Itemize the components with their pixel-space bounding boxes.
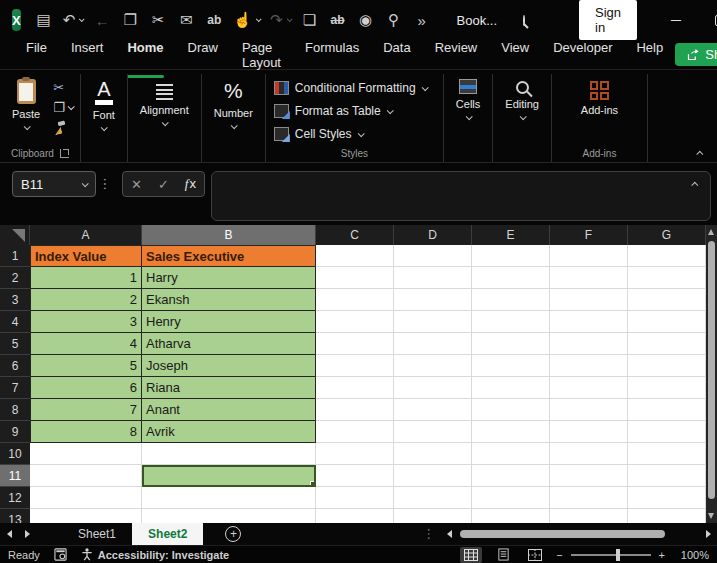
- cell-c1[interactable]: [316, 245, 394, 267]
- copy-button[interactable]: ❐: [50, 98, 76, 116]
- cell-e8[interactable]: [472, 399, 550, 421]
- new-document-button[interactable]: ❏: [297, 7, 323, 33]
- share-button[interactable]: Share: [675, 43, 717, 66]
- cell-e4[interactable]: [472, 311, 550, 333]
- enter-button[interactable]: ✓: [150, 177, 177, 192]
- sheet-tab-sheet2[interactable]: Sheet2: [132, 523, 203, 545]
- editing-button[interactable]: Editing: [497, 76, 547, 144]
- redo-button[interactable]: ↷: [266, 7, 295, 33]
- cell-c4[interactable]: [316, 311, 394, 333]
- menu-tab-draw[interactable]: Draw: [176, 36, 230, 74]
- column-header-d[interactable]: D: [394, 225, 472, 245]
- cell-a13[interactable]: [30, 509, 142, 523]
- cell-d1[interactable]: [394, 245, 472, 267]
- cell-g9[interactable]: [628, 421, 706, 443]
- cell-c12[interactable]: [316, 487, 394, 509]
- cell-b5[interactable]: Atharva: [142, 333, 316, 355]
- cell-g6[interactable]: [628, 355, 706, 377]
- row-header-2[interactable]: 2: [0, 267, 30, 289]
- cell-a9[interactable]: 8: [30, 421, 142, 443]
- format-painter-button[interactable]: [50, 118, 76, 136]
- spelling-button[interactable]: ab: [201, 7, 227, 33]
- cell-b1[interactable]: Sales Executive: [142, 245, 316, 267]
- page-break-preview-button[interactable]: [524, 547, 546, 563]
- menu-tab-home[interactable]: Home: [115, 36, 175, 74]
- cell-c13[interactable]: [316, 509, 394, 523]
- cell-a8[interactable]: 7: [30, 399, 142, 421]
- cell-g7[interactable]: [628, 377, 706, 399]
- conditional-formatting-button[interactable]: Conditional Formatting: [270, 77, 431, 99]
- cell-d10[interactable]: [394, 443, 472, 465]
- cell-e9[interactable]: [472, 421, 550, 443]
- cut-button[interactable]: ✂: [145, 7, 171, 33]
- number-button[interactable]: % Number: [206, 76, 261, 144]
- cell-g12[interactable]: [628, 487, 706, 509]
- cell-e6[interactable]: [472, 355, 550, 377]
- cell-b2[interactable]: Harry: [142, 267, 316, 289]
- cell-a1[interactable]: Index Value: [30, 245, 142, 267]
- cell-d11[interactable]: [394, 465, 472, 487]
- cell-e13[interactable]: [472, 509, 550, 523]
- excel-logo-icon[interactable]: X: [12, 9, 21, 31]
- cell-a7[interactable]: 6: [30, 377, 142, 399]
- scroll-up-icon[interactable]: [708, 229, 714, 235]
- scroll-left-icon[interactable]: [447, 530, 452, 538]
- cell-c6[interactable]: [316, 355, 394, 377]
- undo-button[interactable]: ↶: [59, 7, 88, 33]
- accessibility-status[interactable]: Accessibility: Investigate: [81, 548, 229, 561]
- normal-view-button[interactable]: [460, 547, 482, 563]
- cell-d12[interactable]: [394, 487, 472, 509]
- minimize-button[interactable]: ─: [671, 12, 681, 28]
- sign-in-button[interactable]: Sign in: [579, 0, 637, 40]
- row-header-6[interactable]: 6: [0, 355, 30, 377]
- cell-a3[interactable]: 2: [30, 289, 142, 311]
- more-commands-button[interactable]: »: [409, 7, 435, 33]
- cell-d13[interactable]: [394, 509, 472, 523]
- sheet-tab-sheet1[interactable]: Sheet1: [62, 523, 132, 545]
- cell-f4[interactable]: [550, 311, 628, 333]
- menu-tab-help[interactable]: Help: [624, 36, 675, 74]
- row-header-8[interactable]: 8: [0, 399, 30, 421]
- cell-g8[interactable]: [628, 399, 706, 421]
- vertical-scrollbar[interactable]: [706, 225, 717, 523]
- scroll-down-icon[interactable]: [708, 513, 714, 519]
- cell-c11[interactable]: [316, 465, 394, 487]
- cell-f2[interactable]: [550, 267, 628, 289]
- cell-c2[interactable]: [316, 267, 394, 289]
- cell-f13[interactable]: [550, 509, 628, 523]
- new-sheet-button[interactable]: +: [225, 526, 241, 542]
- cell-b9[interactable]: Avrik: [142, 421, 316, 443]
- cell-d7[interactable]: [394, 377, 472, 399]
- menu-tab-insert[interactable]: Insert: [59, 36, 116, 74]
- tab-splitter[interactable]: …: [425, 527, 440, 541]
- row-header-9[interactable]: 9: [0, 421, 30, 443]
- zoom-in-button[interactable]: +: [659, 549, 665, 561]
- menu-tab-page-layout[interactable]: Page Layout: [230, 36, 293, 74]
- cell-g11[interactable]: [628, 465, 706, 487]
- cell-f3[interactable]: [550, 289, 628, 311]
- row-header-5[interactable]: 5: [0, 333, 30, 355]
- cell-a10[interactable]: [30, 443, 142, 465]
- name-box[interactable]: B11: [12, 171, 96, 197]
- cell-d8[interactable]: [394, 399, 472, 421]
- paste-button[interactable]: Paste: [4, 76, 48, 144]
- clipboard-dialog-launcher-icon[interactable]: [60, 149, 69, 158]
- cell-b12[interactable]: [142, 487, 316, 509]
- cell-c10[interactable]: [316, 443, 394, 465]
- column-header-a[interactable]: A: [30, 225, 142, 245]
- name-box-splitter[interactable]: …: [101, 177, 117, 191]
- cell-e7[interactable]: [472, 377, 550, 399]
- cell-d5[interactable]: [394, 333, 472, 355]
- cell-e1[interactable]: [472, 245, 550, 267]
- cell-b8[interactable]: Anant: [142, 399, 316, 421]
- copy-button[interactable]: ❐: [117, 7, 143, 33]
- cell-c8[interactable]: [316, 399, 394, 421]
- horizontal-scrollbar-track[interactable]: [460, 529, 698, 539]
- touch-mode-button[interactable]: ☝: [229, 7, 264, 33]
- cell-f6[interactable]: [550, 355, 628, 377]
- column-header-f[interactable]: F: [550, 225, 628, 245]
- expand-formula-bar-icon[interactable]: [691, 182, 698, 189]
- cell-e3[interactable]: [472, 289, 550, 311]
- cell-f9[interactable]: [550, 421, 628, 443]
- cell-g4[interactable]: [628, 311, 706, 333]
